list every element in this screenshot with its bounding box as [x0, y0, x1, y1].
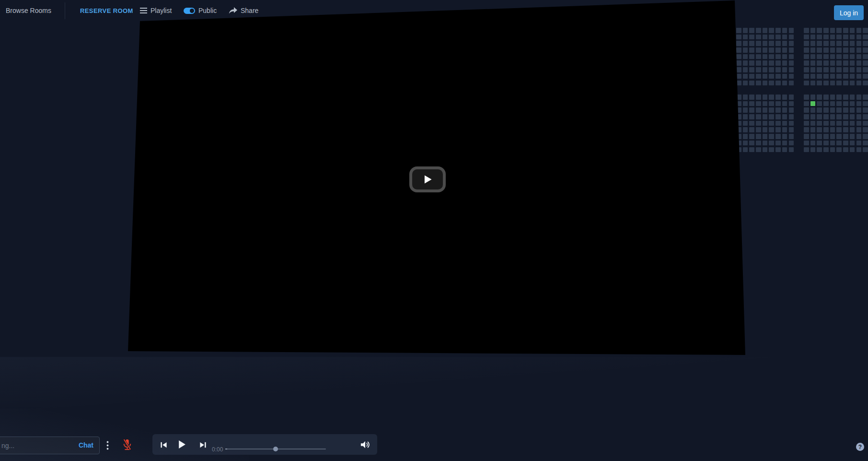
- tile: [810, 81, 816, 86]
- tile: [782, 47, 787, 53]
- tile: [769, 147, 774, 153]
- play-icon: [422, 174, 433, 185]
- tile: [749, 141, 754, 146]
- tile: [789, 74, 794, 79]
- share-button[interactable]: Share: [229, 0, 258, 21]
- tile: [769, 121, 774, 126]
- tile: [850, 121, 855, 126]
- tile: [782, 114, 787, 119]
- tile: [863, 60, 868, 66]
- public-toggle[interactable]: [184, 8, 195, 14]
- tile: [804, 141, 809, 146]
- tile: [736, 54, 741, 59]
- tile: [843, 147, 848, 153]
- tile: [817, 95, 822, 100]
- reserve-room-link[interactable]: RESERVE ROOM: [80, 0, 133, 21]
- tile: [775, 121, 781, 126]
- mic-off-icon: [122, 438, 132, 451]
- tile: [830, 127, 835, 132]
- tile: [749, 101, 754, 106]
- tile: [749, 41, 754, 46]
- tile: [850, 107, 855, 113]
- playlist-button[interactable]: Playlist: [140, 0, 172, 21]
- tile: [769, 81, 774, 86]
- play-button[interactable]: [175, 439, 188, 449]
- tile: [756, 141, 761, 146]
- tile: [775, 147, 781, 153]
- microphone-muted-button[interactable]: [122, 438, 132, 451]
- tile: [804, 95, 809, 100]
- tile: [775, 114, 781, 119]
- chat-options-menu-button[interactable]: [104, 439, 111, 451]
- tile: [843, 81, 848, 86]
- toggle-knob: [190, 9, 194, 13]
- tile: [823, 41, 829, 46]
- progress-handle[interactable]: [273, 447, 278, 451]
- tile: [856, 81, 862, 86]
- tile: [843, 127, 848, 132]
- tile: [769, 95, 774, 100]
- tile: [850, 114, 855, 119]
- tile: [756, 114, 761, 119]
- tile: [775, 47, 781, 53]
- tile: [789, 35, 794, 40]
- tile: [830, 141, 835, 146]
- tile: [775, 141, 781, 146]
- tile: [850, 35, 855, 40]
- tile: [743, 147, 748, 153]
- tile: [830, 54, 835, 59]
- tile: [856, 127, 862, 132]
- tile: [804, 107, 809, 113]
- tile: [743, 114, 748, 119]
- volume-button[interactable]: [359, 439, 371, 449]
- tile: [856, 74, 862, 79]
- tile: [836, 147, 842, 153]
- tile: [863, 107, 868, 113]
- tile: [749, 28, 754, 33]
- tile: [817, 35, 822, 40]
- tile: [843, 95, 848, 100]
- play-icon: [177, 440, 186, 449]
- help-button[interactable]: ?: [856, 443, 864, 451]
- tile: [743, 107, 748, 113]
- video-play-button[interactable]: [409, 166, 446, 192]
- tile: [749, 114, 754, 119]
- browse-rooms-label: Browse Rooms: [6, 7, 51, 14]
- login-button[interactable]: Log in: [834, 5, 864, 20]
- tile: [769, 127, 774, 132]
- chat-input[interactable]: ng... Chat: [0, 437, 100, 454]
- tile: [789, 95, 794, 100]
- tile: [863, 35, 868, 40]
- tile: [736, 41, 741, 46]
- previous-button[interactable]: [158, 440, 169, 449]
- tile: [863, 141, 868, 146]
- tile: [756, 121, 761, 126]
- tile: [843, 41, 848, 46]
- tile: [763, 67, 768, 72]
- tile: [817, 47, 822, 53]
- tile: [736, 67, 741, 72]
- playlist-label: Playlist: [150, 7, 172, 14]
- chat-send-button[interactable]: Chat: [79, 441, 93, 449]
- tile: [789, 28, 794, 33]
- tile: [804, 35, 809, 40]
- tile: [775, 81, 781, 86]
- tile: [817, 147, 822, 153]
- tile: [804, 47, 809, 53]
- tile: [810, 47, 816, 53]
- tile: [769, 47, 774, 53]
- browse-rooms-link[interactable]: Browse Rooms: [6, 0, 51, 21]
- tile: [863, 114, 868, 119]
- next-button[interactable]: [197, 440, 208, 449]
- tile: [830, 60, 835, 66]
- tile: [850, 74, 855, 79]
- tile: [743, 54, 748, 59]
- tile: [789, 107, 794, 113]
- public-toggle-group: Public: [184, 0, 217, 21]
- tile: [863, 147, 868, 153]
- seek-bar[interactable]: [225, 449, 326, 449]
- tile: [863, 67, 868, 72]
- tile: [843, 60, 848, 66]
- tile: [856, 121, 862, 126]
- hamburger-icon: [140, 8, 147, 13]
